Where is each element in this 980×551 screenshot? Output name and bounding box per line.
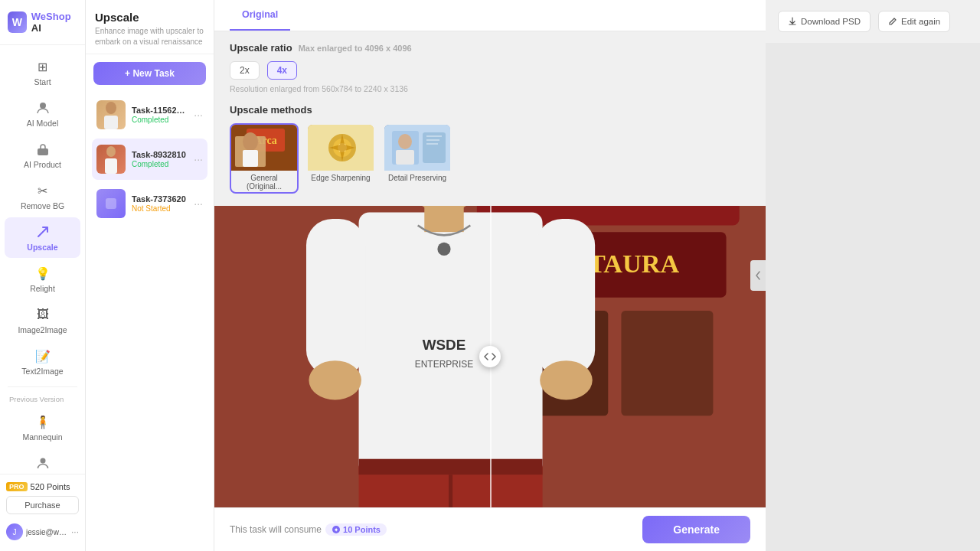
task-name: Task-7373620 <box>132 194 188 204</box>
sidebar-item-text2image[interactable]: 📝 Text2Image <box>5 341 80 382</box>
ratio-4x-button[interactable]: 4x <box>267 61 297 80</box>
sidebar-item-mannequin-label: Mannequin <box>23 432 63 442</box>
task-more-button[interactable]: ··· <box>194 197 203 210</box>
user-more-button[interactable]: ··· <box>71 527 79 537</box>
svg-text:WSDE: WSDE <box>423 337 466 353</box>
right-panel-body <box>766 43 980 551</box>
purchase-button[interactable]: Purchase <box>6 496 79 514</box>
mannequin-icon: 🧍 <box>34 413 51 430</box>
sidebar-item-mannequin[interactable]: 🧍 Mannequin <box>5 407 80 448</box>
ratio-2x-button[interactable]: 2x <box>230 61 260 80</box>
sidebar-item-image2image-label: Image2Image <box>18 325 67 334</box>
logo-text: WeShop AI <box>31 11 77 34</box>
start-icon: ⊞ <box>34 58 51 75</box>
method-edge-name: Edge Sharpening <box>308 171 374 184</box>
logo: W WeShop AI <box>0 0 85 45</box>
sidebar-item-model[interactable]: Model <box>5 448 80 474</box>
collapse-panel-button[interactable] <box>750 260 766 291</box>
svg-text:✦: ✦ <box>334 527 338 533</box>
settings-scroll: Upscale ratio Max enlarged to 4096 x 409… <box>214 31 766 206</box>
new-task-button[interactable]: + New Task <box>93 62 206 85</box>
method-detail[interactable]: Detail Preserving <box>383 123 452 194</box>
methods-row: Arca General (Original... <box>230 123 750 194</box>
upscale-icon <box>34 223 51 240</box>
ai-model-icon <box>34 99 51 116</box>
svg-point-41 <box>540 360 593 399</box>
svg-rect-1 <box>38 148 48 155</box>
sidebar-item-label: Start <box>34 77 51 86</box>
upscale-ratio-max: Max enlarged to 4096 x 4096 <box>299 44 412 53</box>
svg-point-35 <box>437 243 450 256</box>
image2image-icon: 🖼 <box>34 306 51 323</box>
task-thumbnail <box>96 145 126 174</box>
svg-rect-4 <box>104 116 118 129</box>
pro-badge: PRO <box>6 482 28 491</box>
svg-point-20 <box>398 134 412 149</box>
text2image-icon: 📝 <box>34 347 51 364</box>
tab-original[interactable]: Original <box>230 0 290 31</box>
svg-rect-22 <box>423 132 446 163</box>
upscale-ratio-title: Upscale ratio <box>230 42 292 54</box>
split-handle[interactable] <box>479 346 501 367</box>
remove-bg-icon: ✂ <box>34 182 51 199</box>
method-general[interactable]: Arca General (Original... <box>230 123 299 194</box>
content-tabs: Original <box>214 0 766 31</box>
user-info: J jessie@we... ··· <box>6 520 79 543</box>
sidebar-item-ai-model[interactable]: AI Model <box>5 93 80 134</box>
logo-icon: W <box>8 11 27 33</box>
task-more-button[interactable]: ··· <box>194 109 203 121</box>
svg-point-3 <box>106 102 116 114</box>
task-list: Task-11562519 Completed ··· Task-8932810… <box>86 91 214 551</box>
download-psd-button[interactable]: Download PSD <box>778 11 871 32</box>
edit-again-button[interactable]: Edit again <box>878 11 950 32</box>
main-wrapper: Original Upscale ratio Max enlarged to 4… <box>214 0 980 551</box>
sidebar-item-remove-bg[interactable]: ✂ Remove BG <box>5 176 80 217</box>
svg-point-5 <box>106 146 116 157</box>
task-thumbnail <box>96 100 126 129</box>
svg-point-40 <box>309 360 361 399</box>
method-edge[interactable]: Edge Sharpening <box>306 123 375 194</box>
task-info: Task-8932810 Completed <box>132 150 188 168</box>
task-status: Completed <box>132 160 188 168</box>
svg-rect-30 <box>621 311 713 416</box>
right-panel-actions: Download PSD Edit again <box>766 0 980 43</box>
sidebar-item-upscale[interactable]: Upscale <box>5 217 80 258</box>
svg-point-12 <box>243 132 258 151</box>
sidebar-item-relight[interactable]: 💡 Relight <box>5 259 80 299</box>
prev-version-label: Previous Version <box>0 392 85 406</box>
task-status: Completed <box>132 116 188 124</box>
sidebar-nav: ⊞ Start AI Model AI Product ✂ Remove BG … <box>0 45 85 474</box>
svg-rect-39 <box>536 219 595 377</box>
sidebar-item-image2image[interactable]: 🖼 Image2Image <box>5 300 80 341</box>
generate-button[interactable]: Generate <box>642 516 750 543</box>
task-item[interactable]: Task-11562519 Completed ··· <box>92 94 207 135</box>
task-more-button[interactable]: ··· <box>194 153 203 165</box>
resolution-text: Resolution enlarged from 560x784 to 2240… <box>230 84 750 93</box>
method-general-name: General (Original... <box>231 171 297 192</box>
task-item[interactable]: Task-8932810 Completed ··· <box>92 139 207 180</box>
consume-points: 10 Points <box>343 525 381 534</box>
right-panel: Download PSD Edit again <box>766 0 980 551</box>
user-email: jessie@we... <box>26 528 68 536</box>
sidebar-item-start[interactable]: ⊞ Start <box>5 52 80 93</box>
svg-rect-7 <box>106 198 116 209</box>
sidebar-item-ai-product[interactable]: AI Product <box>5 135 80 175</box>
svg-rect-43 <box>359 459 543 475</box>
task-info: Task-11562519 Completed <box>132 106 188 124</box>
sidebar-item-ai-model-label: AI Model <box>27 119 58 128</box>
ai-product-icon <box>34 141 51 158</box>
svg-rect-6 <box>105 158 117 174</box>
task-item[interactable]: Task-7373620 Not Started ··· <box>92 183 207 224</box>
task-status: Not Started <box>132 204 188 213</box>
preview-area: Arca RESTAURA <box>214 206 766 507</box>
sidebar-item-ai-product-label: AI Product <box>24 160 61 169</box>
task-name: Task-11562519 <box>132 106 188 115</box>
model-icon <box>34 455 51 471</box>
sidebar-divider <box>8 386 77 387</box>
sidebar-bottom: PRO 520 Points Purchase J jessie@we... ·… <box>0 474 85 551</box>
svg-rect-38 <box>306 219 365 377</box>
sidebar: W WeShop AI ⊞ Start AI Model AI Product … <box>0 0 86 551</box>
edit-again-label: Edit again <box>901 17 940 26</box>
svg-point-0 <box>40 103 46 109</box>
consume-text: This task will consume ✦ 10 Points <box>230 523 387 536</box>
